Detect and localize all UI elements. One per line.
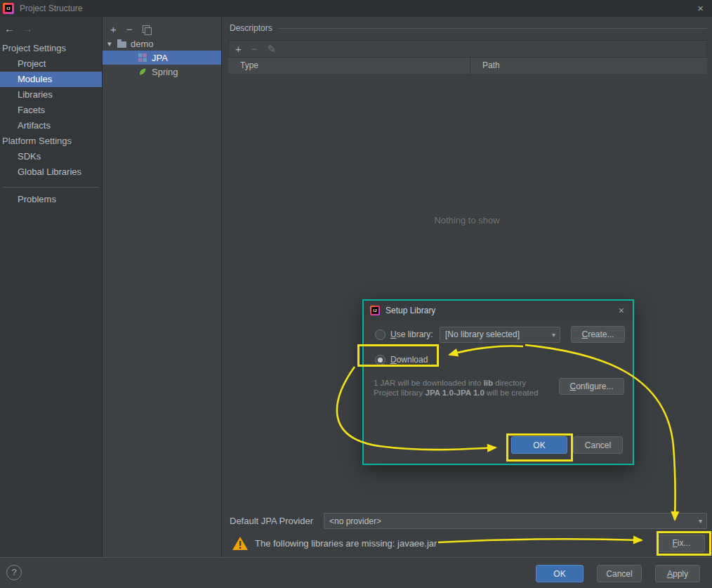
dialog-ok-label: OK <box>533 440 545 450</box>
tree-node-spring[interactable]: Spring <box>103 65 221 79</box>
sidebar-item-facets[interactable]: Facets <box>0 103 102 118</box>
back-arrow-icon[interactable]: ← <box>4 22 15 34</box>
logo-text: IJ <box>5 5 12 12</box>
warning-icon <box>232 536 249 551</box>
use-library-radio[interactable] <box>375 329 385 340</box>
add-descriptor-button[interactable]: + <box>235 44 242 54</box>
fix-button-label: Fix... <box>672 538 690 548</box>
descriptors-header: Descriptors <box>230 22 707 34</box>
default-jpa-provider-label: Default JPA Provider <box>230 516 318 526</box>
use-library-label[interactable]: Use library: <box>390 329 435 339</box>
descriptors-table-header: Type Path <box>228 58 707 74</box>
info-text-bold: lib <box>484 379 493 387</box>
chevron-down-icon: ▾ <box>552 331 555 339</box>
tree-node-label: demo <box>131 39 154 49</box>
dialog-close-button[interactable]: × <box>619 301 624 320</box>
descriptors-panel: Descriptors + − ✎ Type Path Nothing to s… <box>222 17 712 557</box>
copy-module-icon[interactable] <box>143 25 150 34</box>
sidebar-item-problems[interactable]: Problems <box>0 192 102 207</box>
fix-button[interactable]: Fix... <box>658 535 705 552</box>
warning-message: The following libraries are missing: jav… <box>255 538 437 549</box>
info-text: will be created <box>484 388 539 397</box>
provider-value: <no provider> <box>329 516 381 526</box>
info-text: 1 JAR will be downloaded into <box>374 379 484 387</box>
footer-buttons: OK Cancel Apply <box>536 565 700 582</box>
chevron-down-icon: ▾ <box>699 517 702 525</box>
dialog-cancel-label: Cancel <box>585 440 611 450</box>
configure-button[interactable]: Configure... <box>559 378 624 395</box>
sidebar-item-sdks[interactable]: SDKs <box>0 149 102 164</box>
sidebar-item-global-libraries[interactable]: Global Libraries <box>0 164 102 180</box>
column-header-type[interactable]: Type <box>228 58 470 74</box>
create-button[interactable]: Create... <box>571 326 625 343</box>
cancel-button[interactable]: Cancel <box>597 565 642 582</box>
remove-module-button[interactable]: − <box>126 25 133 34</box>
sidebar-item-modules[interactable]: Modules <box>0 72 102 87</box>
default-jpa-provider-row: Default JPA Provider <no provider> ▾ <box>230 513 707 529</box>
descriptors-toolbar: + − ✎ <box>228 40 707 58</box>
section-project-settings: Project Settings <box>0 41 102 56</box>
download-info-text: 1 JAR will be downloaded into lib direct… <box>374 378 539 398</box>
window-close-button[interactable]: × <box>697 0 704 17</box>
tree-node-label: Spring <box>152 67 178 77</box>
provider-select[interactable]: <no provider> ▾ <box>324 513 707 529</box>
download-label[interactable]: Download <box>390 355 428 365</box>
setup-library-dialog: IJ Setup Library × Use library: [No libr… <box>362 299 634 465</box>
chevron-down-icon[interactable]: ▾ <box>107 39 117 48</box>
dialog-cancel-button[interactable]: Cancel <box>573 436 623 454</box>
configure-button-label: Configure... <box>569 381 613 391</box>
column-header-path[interactable]: Path <box>470 58 707 74</box>
dialog-title: Setup Library <box>385 306 435 315</box>
window-title: Project Structure <box>20 4 82 13</box>
use-library-row: Use library: [No library selected] ▾ Cre… <box>375 326 625 343</box>
help-button[interactable]: ? <box>6 565 22 580</box>
sidebar-divider <box>3 187 99 188</box>
history-nav: ← → <box>0 17 102 41</box>
library-select-value: [No library selected] <box>445 329 520 339</box>
modules-toolbar: + − <box>103 17 221 37</box>
info-text-bold: JPA 1.0-JPA 1.0 <box>426 388 484 397</box>
sidebar-item-libraries[interactable]: Libraries <box>0 87 102 103</box>
spring-leaf-icon <box>138 67 147 76</box>
info-text: Project library <box>374 388 426 397</box>
library-select[interactable]: [No library selected] ▾ <box>440 327 560 343</box>
info-text: directory <box>493 379 526 387</box>
dialog-footer-bar: ? OK Cancel Apply <box>0 557 712 588</box>
info-line-2: Project library JPA 1.0-JPA 1.0 will be … <box>374 388 539 398</box>
ok-button[interactable]: OK <box>536 565 584 582</box>
apply-button[interactable]: Apply <box>655 565 700 582</box>
ok-button-label: OK <box>553 569 565 579</box>
info-line-1: 1 JAR will be downloaded into lib direct… <box>374 378 539 388</box>
sidebar-item-artifacts[interactable]: Artifacts <box>0 118 102 133</box>
setup-library-body: Use library: [No library selected] ▾ Cre… <box>364 320 633 462</box>
setup-library-titlebar: IJ Setup Library × <box>364 301 633 320</box>
missing-libraries-warning-row: The following libraries are missing: jav… <box>232 532 707 554</box>
module-folder-icon <box>117 41 126 48</box>
remove-descriptor-button[interactable]: − <box>251 44 258 54</box>
logo-text: IJ <box>371 307 378 314</box>
download-row: Download <box>375 351 428 368</box>
empty-table-message: Nothing to show <box>222 215 712 226</box>
jpa-facet-icon <box>138 53 147 62</box>
dialog-ok-button[interactable]: OK <box>511 436 567 454</box>
add-module-button[interactable]: + <box>110 25 117 34</box>
tree-node-jpa[interactable]: JPA <box>103 51 221 65</box>
sidebar-item-project[interactable]: Project <box>0 56 102 72</box>
window-body: ← → Project Settings Project Modules Lib… <box>0 17 712 557</box>
tree-node-demo[interactable]: ▾ demo <box>103 37 221 51</box>
setup-library-buttons: OK Cancel <box>511 436 623 454</box>
modules-tree-panel: + − ▾ demo JPA Spring <box>102 17 222 557</box>
header-divider <box>279 28 707 29</box>
apply-button-label: Apply <box>667 569 688 579</box>
project-structure-window: IJ Project Structure × ← → Project Setti… <box>0 0 712 588</box>
intellij-logo-icon: IJ <box>370 306 380 315</box>
intellij-logo-icon: IJ <box>3 3 14 14</box>
tree-node-label: JPA <box>152 53 168 63</box>
forward-arrow-icon[interactable]: → <box>22 22 33 34</box>
section-platform-settings: Platform Settings <box>0 133 102 149</box>
edit-descriptor-button[interactable]: ✎ <box>268 44 277 54</box>
download-radio[interactable] <box>375 355 385 365</box>
settings-sidebar: ← → Project Settings Project Modules Lib… <box>0 17 102 557</box>
window-titlebar: IJ Project Structure × <box>0 0 712 17</box>
create-button-label: Create... <box>581 329 614 339</box>
